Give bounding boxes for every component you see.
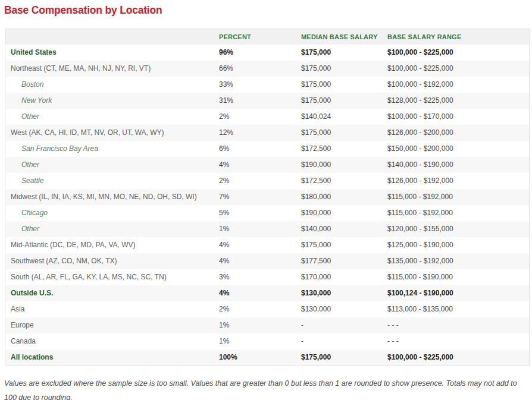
table-row-mid-atlantic: Mid-Atlantic (DC, DE, MD, PA, VA, WV) 4%… [5,237,529,253]
row-median: $190,000 [300,205,386,221]
row-median: $175,000 [300,237,386,253]
row-label: Midwest (IL, IN, IA, KS, MI, MN, MO, NE,… [5,189,218,205]
row-median: $175,000 [300,45,386,61]
row-label: New York [5,93,218,109]
table-row-all-locations: All locations 100% $175,000 $100,000 - $… [5,349,529,366]
row-percent: 100% [218,349,300,366]
table-footnote: Values are excluded where the sample siz… [4,376,528,400]
row-label: Southwest (AZ, CO, NM, OK, TX) [5,253,218,269]
row-label: Asia [5,301,218,317]
row-percent: 4% [218,253,300,269]
row-label: San Francisco Bay Area [5,141,218,157]
table-row-southwest: Southwest (AZ, CO, NM, OK, TX) 4% $177,5… [5,253,529,269]
row-percent: 1% [218,333,300,349]
table-row-chicago: Chicago 5% $190,000 $115,000 - $192,000 [5,205,529,221]
row-range: $120,000 - $155,000 [386,221,529,237]
row-range: $100,000 - $192,000 [386,77,529,93]
row-range: $100,000 - $170,000 [386,109,529,125]
row-median: - [300,317,386,333]
row-range: $135,000 - $192,000 [386,253,529,269]
row-percent: 96% [218,45,300,61]
row-percent: 2% [218,173,300,189]
header-percent: PERCENT [218,29,300,45]
row-range: $125,000 - $190,000 [386,237,529,253]
table-row-northeast: Northeast (CT, ME, MA, NH, NJ, NY, RI, V… [5,61,529,77]
row-median: $177,500 [300,253,386,269]
row-label: United States [5,45,218,61]
table-row-boston: Boston 33% $175,000 $100,000 - $192,000 [5,77,529,93]
row-percent: 1% [218,221,300,237]
row-label: Chicago [5,205,218,221]
row-label: Boston [5,77,218,93]
header-base-salary-range: BASE SALARY RANGE [386,29,529,45]
row-percent: 12% [218,125,300,141]
row-median: $172,500 [300,141,386,157]
table-row-seattle: Seattle 2% $172,500 $126,000 - $192,000 [5,173,529,189]
header-median-base-salary: MEDIAN BASE SALARY [300,29,386,45]
row-median: - [300,333,386,349]
table-row-west-other: Other 4% $190,000 $140,000 - $190,000 [5,157,529,173]
table-body: United States 96% $175,000 $100,000 - $2… [5,45,529,366]
row-range: $100,000 - $225,000 [386,349,529,366]
row-percent: 1% [218,317,300,333]
row-range: $100,000 - $225,000 [386,61,529,77]
row-percent: 2% [218,109,300,125]
table-row-northeast-other: Other 2% $140,024 $100,000 - $170,000 [5,109,529,125]
row-median: $175,000 [300,61,386,77]
compensation-table: PERCENT MEDIAN BASE SALARY BASE SALARY R… [5,29,530,366]
row-median: $175,000 [300,77,386,93]
row-percent: 7% [218,189,300,205]
table-row-midwest-other: Other 1% $140,000 $120,000 - $155,000 [5,221,529,237]
table-row-outside-us: Outside U.S. 4% $130,000 $100,124 - $190… [5,285,529,301]
row-median: $190,000 [300,157,386,173]
row-label: Other [5,157,218,173]
row-median: $175,000 [300,349,386,366]
table-row-south: South (AL, AR, FL, GA, KY, LA, MS, NC, S… [5,269,529,285]
row-median: $175,000 [300,125,386,141]
row-label: Canada [5,333,218,349]
row-percent: 2% [218,301,300,317]
row-percent: 66% [218,61,300,77]
row-median: $130,000 [300,285,386,301]
table-row-new-york: New York 31% $175,000 $128,000 - $225,00… [5,93,529,109]
table-row-san-francisco-bay-area: San Francisco Bay Area 6% $172,500 $150,… [5,141,529,157]
row-range: $128,000 - $225,000 [386,93,529,109]
row-percent: 4% [218,285,300,301]
row-range: $126,000 - $200,000 [386,125,529,141]
row-median: $172,500 [300,173,386,189]
row-label: Seattle [5,173,218,189]
row-label: Europe [5,317,218,333]
table-row-west: West (AK, CA, HI, ID, MT, NV, OR, UT, WA… [5,125,529,141]
row-range: $140,000 - $190,000 [386,157,529,173]
table-row-united-states: United States 96% $175,000 $100,000 - $2… [5,45,529,61]
row-median: $175,000 [300,93,386,109]
table-row-midwest: Midwest (IL, IN, IA, KS, MI, MN, MO, NE,… [5,189,529,205]
page-title: Base Compensation by Location [4,4,528,17]
row-range: $115,000 - $192,000 [386,189,529,205]
row-range: $115,000 - $192,000 [386,205,529,221]
row-range: $113,000 - $135,000 [386,301,529,317]
row-median: $180,000 [300,189,386,205]
row-percent: 4% [218,157,300,173]
row-range: $100,124 - $190,000 [386,285,529,301]
row-label: All locations [5,349,218,366]
row-label: Outside U.S. [5,285,218,301]
row-percent: 31% [218,93,300,109]
table-header-row: PERCENT MEDIAN BASE SALARY BASE SALARY R… [5,29,529,45]
row-median: $140,000 [300,221,386,237]
row-label: Northeast (CT, ME, MA, NH, NJ, NY, RI, V… [5,61,218,77]
row-median: $130,000 [300,301,386,317]
row-range: $115,000 - $190,000 [386,269,529,285]
row-median: $140,024 [300,109,386,125]
table-row-europe: Europe 1% - - - - [5,317,529,333]
row-label: South (AL, AR, FL, GA, KY, LA, MS, NC, S… [5,269,218,285]
row-range: $126,000 - $192,000 [386,173,529,189]
row-range: - - - [386,333,529,349]
row-percent: 6% [218,141,300,157]
report-page: Base Compensation by Location PERCENT ME… [0,0,532,400]
row-range: - - - [386,317,529,333]
row-label: Other [5,221,218,237]
row-range: $100,000 - $225,000 [386,45,529,61]
row-label: Other [5,109,218,125]
row-percent: 3% [218,269,300,285]
